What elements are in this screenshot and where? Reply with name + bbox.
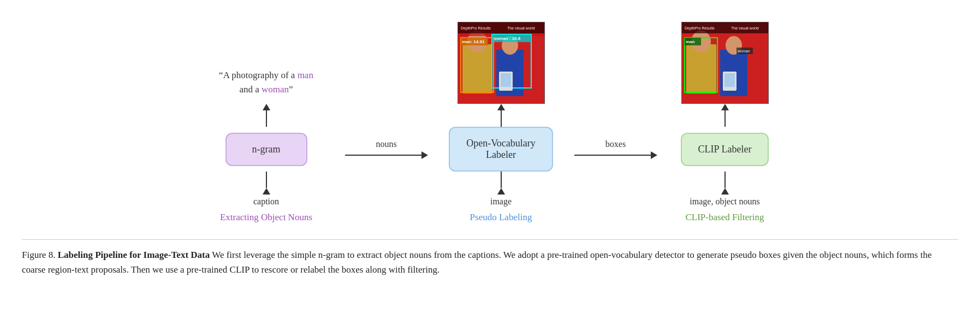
quote-end: ” [289,84,293,95]
svg-text:man: 14.91: man: 14.91 [462,39,485,44]
ngram-box-col: n-gram [190,133,343,166]
image-up-arrow [497,172,505,195]
image-label: image [490,197,512,207]
section-label-2: Pseudo Labeling [430,212,572,223]
clip-bottom: image, object nouns [660,172,791,207]
section-label-3: CLIP-based Filtering [660,212,791,223]
quote-woman: woman [262,84,289,95]
svg-text:The visual world: The visual world [731,26,759,30]
svg-text:The visual world: The visual world [507,26,535,30]
svg-text:DepthPro Results: DepthPro Results [461,26,491,31]
figure-caption: Figure 8. Labeling Pipeline for Image-Te… [22,248,950,277]
ovl-column-top: DepthPro Results The visual world woman … [430,11,572,127]
boxes-arrow-block: boxes [572,139,660,159]
ovl-up-arrow [497,104,505,127]
thumbnail-clip-svg: DepthPro Results The visual world man wo… [682,22,769,104]
clip-up-arrow [721,104,729,127]
quote-line1: “A photography of a [219,70,298,80]
svg-text:DepthPro Results: DepthPro Results [685,26,715,31]
svg-rect-29 [724,73,735,87]
section2-text: Pseudo Labeling [470,212,532,222]
diagram-area: “A photography of a man and a woman” [22,11,958,223]
diagram-main-row: n-gram nouns Open-Vocabulary Labeler box… [190,127,791,172]
obj-nouns-up-arrow [721,172,729,195]
obj-nouns-label: image, object nouns [690,197,759,207]
ovl-box-col: Open-Vocabulary Labeler [430,127,572,172]
ovl-label1: Open-Vocabulary [466,138,536,149]
ovl-bottom: image [430,172,572,207]
ovl-label2: Labeler [466,149,536,161]
section-label-1: Extracting Object Nouns [190,212,343,223]
svg-text:woman: woman [737,49,750,53]
svg-text:man: man [686,39,695,44]
quote-text: “A photography of a man and a woman” [219,68,313,96]
quote-line2: and a [239,84,262,95]
quote-man: man [298,70,313,80]
clip-box: CLIP Labeler [681,133,769,166]
clip-box-col: CLIP Labeler [660,133,791,166]
boxes-arrow [574,151,657,159]
section1-text: Extracting Object Nouns [220,212,312,222]
ngram-box: n-gram [225,133,307,166]
svg-text:woman : 19.8: woman : 19.8 [492,36,521,41]
ngram-bottom: caption [190,172,343,207]
svg-rect-16 [501,73,511,87]
thumbnail-ovl-svg: DepthPro Results The visual world woman … [458,22,545,104]
divider [22,239,958,240]
caption-bold: Labeling Pipeline for Image-Text Data [58,250,210,260]
boxes-label: boxes [605,139,626,149]
nouns-label: nouns [376,139,396,149]
ovl-box: Open-Vocabulary Labeler [449,127,553,172]
caption-up-arrow [263,172,270,195]
nouns-arrow-block: nouns [343,139,430,159]
thumbnail-ovl: DepthPro Results The visual world woman … [458,22,545,104]
section3-text: CLIP-based Filtering [685,212,764,222]
ngram-up-arrow [263,104,270,127]
thumbnail-clip: DepthPro Results The visual world man wo… [681,22,769,104]
clip-column-top: DepthPro Results The visual world man wo… [660,11,791,127]
nouns-arrow [345,151,428,159]
figure-label: Figure 8. [22,250,55,260]
ngram-column: “A photography of a man and a woman” [190,11,343,127]
ngram-label: n-gram [252,144,281,155]
clip-label: CLIP Labeler [698,144,752,155]
caption-label: caption [253,197,279,207]
